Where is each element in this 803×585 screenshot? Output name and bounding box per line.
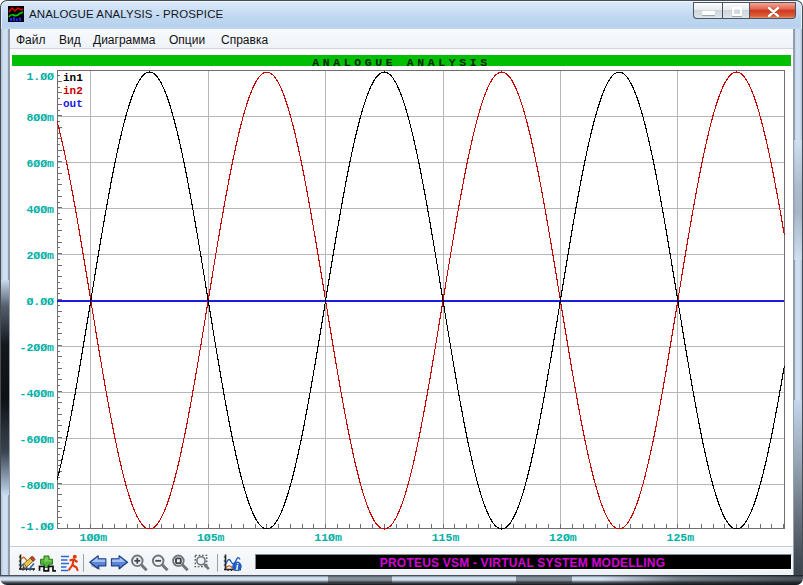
svg-text:i: i bbox=[236, 562, 239, 572]
